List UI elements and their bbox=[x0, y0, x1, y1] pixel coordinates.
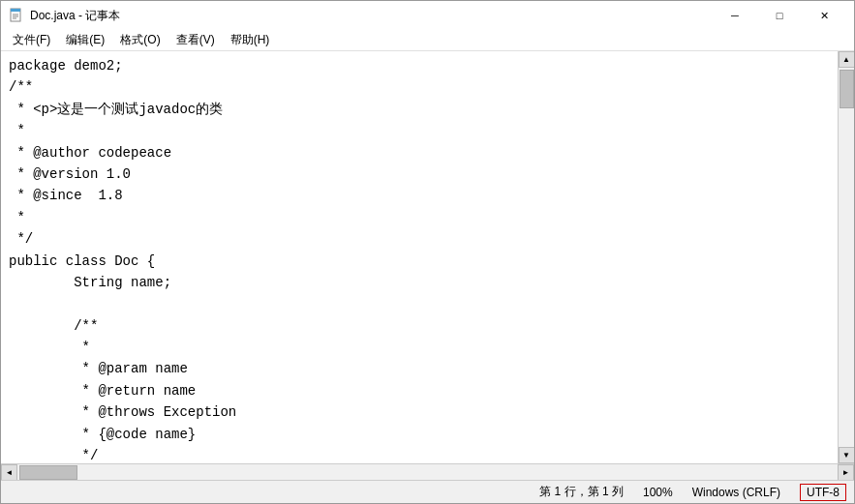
title-bar-controls: ─ □ ✕ bbox=[713, 1, 846, 30]
scroll-thumb-x[interactable] bbox=[19, 465, 77, 480]
app-icon bbox=[9, 8, 24, 23]
window-title: Doc.java - 记事本 bbox=[30, 8, 120, 24]
horizontal-scrollbar[interactable]: ◄ ► bbox=[1, 463, 854, 480]
content-wrapper: package demo2; /** * <p>这是一个测试javadoc的类 … bbox=[1, 51, 854, 480]
main-window: Doc.java - 记事本 ─ □ ✕ 文件(F) 编辑(E) 格式(O) 查… bbox=[0, 0, 855, 504]
scroll-down-button[interactable]: ▼ bbox=[839, 447, 855, 463]
minimize-button[interactable]: ─ bbox=[713, 1, 757, 30]
menu-bar: 文件(F) 编辑(E) 格式(O) 查看(V) 帮助(H) bbox=[1, 30, 854, 51]
menu-file[interactable]: 文件(F) bbox=[5, 30, 58, 50]
scroll-track-y[interactable] bbox=[839, 68, 854, 447]
scroll-track-x[interactable] bbox=[17, 464, 838, 480]
menu-help[interactable]: 帮助(H) bbox=[223, 30, 278, 50]
title-bar-left: Doc.java - 记事本 bbox=[9, 8, 120, 24]
status-bar: 第 1 行，第 1 列 100% Windows (CRLF) UTF-8 bbox=[1, 480, 854, 503]
editor-row: package demo2; /** * <p>这是一个测试javadoc的类 … bbox=[1, 51, 854, 463]
maximize-button[interactable]: □ bbox=[757, 1, 802, 30]
vertical-scrollbar[interactable]: ▲ ▼ bbox=[838, 51, 854, 463]
scroll-right-button[interactable]: ► bbox=[838, 464, 854, 481]
scroll-left-button[interactable]: ◄ bbox=[1, 464, 17, 481]
menu-edit[interactable]: 编辑(E) bbox=[58, 30, 112, 50]
scroll-thumb-y[interactable] bbox=[840, 70, 854, 108]
encoding[interactable]: UTF-8 bbox=[800, 484, 846, 501]
menu-view[interactable]: 查看(V) bbox=[168, 30, 223, 50]
zoom-level: 100% bbox=[643, 486, 673, 499]
svg-rect-1 bbox=[11, 9, 20, 12]
menu-format[interactable]: 格式(O) bbox=[112, 30, 168, 50]
scroll-up-button[interactable]: ▲ bbox=[839, 51, 855, 68]
close-button[interactable]: ✕ bbox=[802, 1, 846, 30]
line-ending: Windows (CRLF) bbox=[692, 486, 780, 499]
cursor-position: 第 1 行，第 1 列 bbox=[539, 484, 624, 500]
text-editor[interactable]: package demo2; /** * <p>这是一个测试javadoc的类 … bbox=[1, 51, 838, 463]
title-bar: Doc.java - 记事本 ─ □ ✕ bbox=[1, 1, 854, 30]
